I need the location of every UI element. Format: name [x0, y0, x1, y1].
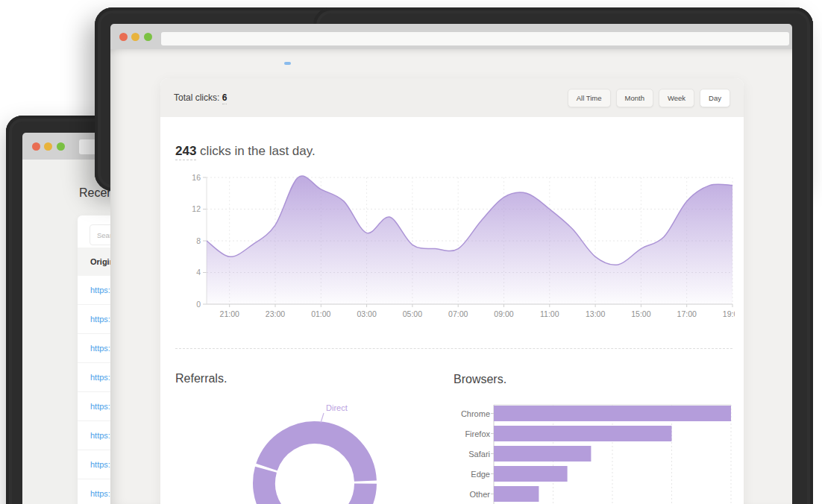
svg-text:09:00: 09:00 — [494, 309, 513, 318]
zoom-window-icon[interactable] — [144, 33, 152, 41]
range-button-week[interactable]: Week — [659, 89, 694, 107]
section-divider — [175, 348, 732, 349]
total-clicks-label: Total clicks: 6 — [174, 92, 227, 103]
svg-text:8: 8 — [196, 236, 201, 245]
svg-text:01:00: 01:00 — [311, 309, 330, 318]
dashboard-page: Total clicks: 6 All Time Month Week Day … — [110, 49, 792, 504]
svg-text:Edge: Edge — [471, 470, 490, 479]
svg-text:4: 4 — [196, 268, 201, 277]
desktop-stage: Recen Origin https: https: https: https:… — [0, 0, 822, 504]
referrals-section-title: Referrals. — [175, 372, 227, 385]
minimize-window-icon[interactable] — [131, 33, 139, 41]
analytics-card: Total clicks: 6 All Time Month Week Day … — [160, 78, 744, 504]
browsers-bar-chart: ChromeFirefoxSafariEdgeOther — [448, 395, 744, 504]
svg-text:17:00: 17:00 — [677, 309, 697, 318]
svg-text:07:00: 07:00 — [448, 309, 468, 318]
svg-text:21:00: 21:00 — [220, 309, 239, 318]
svg-text:Direct: Direct — [326, 403, 348, 412]
clicks-headline-text: clicks in the last day. — [196, 144, 315, 158]
range-button-group: All Time Month Week Day — [568, 89, 730, 107]
close-window-icon[interactable] — [119, 33, 128, 41]
svg-text:Firefox: Firefox — [465, 429, 490, 438]
svg-text:12: 12 — [192, 204, 201, 213]
address-bar[interactable] — [161, 32, 789, 45]
svg-text:13:00: 13:00 — [586, 309, 605, 318]
browsers-section-title: Browsers. — [454, 373, 506, 386]
zoom-window-icon[interactable] — [57, 142, 65, 151]
svg-text:Chrome: Chrome — [461, 409, 490, 418]
svg-text:16: 16 — [192, 173, 201, 182]
svg-text:05:00: 05:00 — [403, 309, 422, 318]
dashboard-titlebar[interactable] — [110, 24, 792, 49]
referrals-donut-chart: Direct — [235, 395, 399, 504]
stats-bar: Total clicks: 6 All Time Month Week Day — [160, 78, 744, 117]
range-button-day[interactable]: Day — [700, 89, 730, 107]
close-window-icon[interactable] — [32, 142, 40, 151]
svg-text:15:00: 15:00 — [631, 309, 650, 318]
svg-text:0: 0 — [196, 300, 201, 309]
svg-text:23:00: 23:00 — [266, 309, 285, 318]
range-button-all-time[interactable]: All Time — [568, 89, 611, 107]
clicks-count: 243 — [175, 144, 196, 160]
range-button-month[interactable]: Month — [616, 89, 653, 107]
minimize-window-icon[interactable] — [44, 142, 52, 151]
total-clicks-text: Total clicks: — [174, 92, 222, 103]
svg-text:Other: Other — [469, 490, 490, 499]
clicks-headline: 243 clicks in the last day. — [175, 144, 316, 159]
svg-text:11:00: 11:00 — [540, 309, 559, 318]
svg-text:19:00: 19:00 — [723, 309, 735, 318]
total-clicks-value: 6 — [222, 92, 228, 104]
svg-text:03:00: 03:00 — [357, 309, 376, 318]
mini-logo-mark — [284, 62, 291, 65]
clicks-area-chart: 048121621:0023:0001:0003:0005:0007:0009:… — [172, 170, 735, 323]
svg-text:Safari: Safari — [468, 450, 490, 459]
dashboard-browser-window: Total clicks: 6 All Time Month Week Day … — [110, 24, 792, 504]
